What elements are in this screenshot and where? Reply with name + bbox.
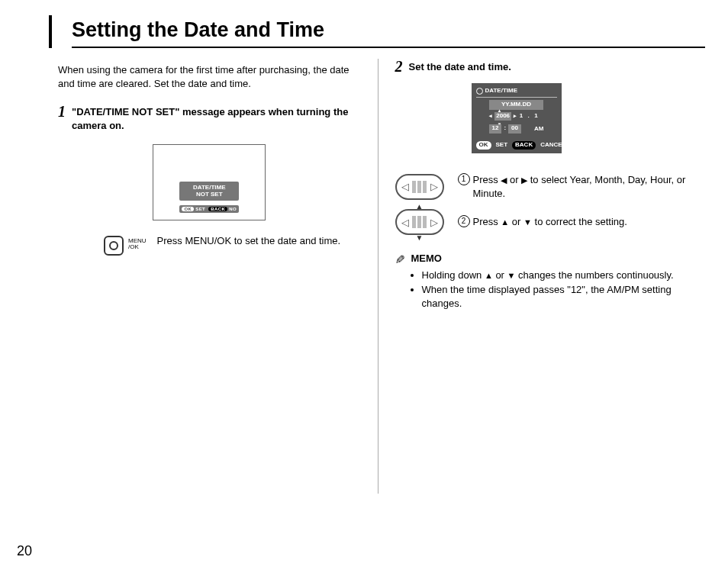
right-column: 2 Set the date and time. DATE/TIME YY.MM… <box>378 59 698 494</box>
lcd1-set: SET <box>195 207 205 211</box>
step1-number: 1 <box>58 104 66 119</box>
triangle-left-icon: ◁ <box>401 182 409 191</box>
substep2-text: Press ▲ or ▼ to correct the setting. <box>473 215 627 229</box>
up-arrow-icon: ▲ <box>485 271 493 280</box>
substep-1-row: ◁ ▷ 1 Press ◀ or ▶ to select Year, Month… <box>395 173 698 200</box>
lcd2-day: 1 <box>534 112 537 121</box>
memo-block: ✎ MEMO Holding down ▲ or ▼ changes the n… <box>395 252 698 311</box>
menu-label-l2: /OK <box>128 243 139 250</box>
lcd1-line1: DATE/TIME <box>193 184 226 191</box>
dpad-horizontal-icon: ◁ ▷ <box>395 174 444 200</box>
menu-ok-label: MENU /OK <box>128 238 147 250</box>
substep1-text: Press ◀ or ▶ to select Year, Month, Day,… <box>473 173 698 200</box>
memo-title: MEMO <box>411 252 698 265</box>
lcd1-line2: NOT SET <box>196 191 223 198</box>
lcd2-date-row: 2006 . 1 . 1 <box>476 112 557 121</box>
lcd2-header: DATE/TIME <box>476 87 557 98</box>
menu-ok-button-icon <box>104 236 124 256</box>
memo-item-2: When the time displayed passes "12", the… <box>422 283 698 310</box>
page-title: Setting the Date and Time <box>72 15 705 48</box>
lcd2-sep2: . <box>524 112 533 121</box>
lcd1-message: DATE/TIME NOT SET <box>179 182 239 200</box>
menu-ok-instruction: Press MENU/OK to set the date and time. <box>157 234 341 248</box>
memo-hand-icon: ✎ <box>395 252 405 311</box>
circled-1: 1 <box>458 173 470 185</box>
lcd2-hour: 12 <box>489 124 502 134</box>
lcd2-min: 00 <box>508 124 521 134</box>
substep-2-row: ◁ ▷ 2 Press ▲ or ▼ to correct the settin… <box>395 209 698 235</box>
lcd2-time-row: 12 : 00 AM <box>476 124 557 134</box>
step2-heading: 2 Set the date and time. <box>395 59 698 74</box>
manual-page: Setting the Date and Time When using the… <box>0 0 728 576</box>
clock-icon <box>476 88 483 95</box>
memo-list: Holding down ▲ or ▼ changes the numbers … <box>411 269 698 311</box>
down-arrow-icon: ▼ <box>507 271 516 280</box>
step2-number: 2 <box>395 59 403 74</box>
triangle-right-icon: ▷ <box>430 217 438 227</box>
lcd2-ampm: AM <box>534 124 543 134</box>
page-number: 20 <box>17 543 32 559</box>
lcd2-colon: : <box>504 124 506 134</box>
lcd1-bottom-bar: OKSET BACKNO <box>179 205 239 213</box>
left-column: When using the camera for the first time… <box>58 59 378 494</box>
lcd1-ok-pill: OK <box>182 207 194 211</box>
lcd-screen-1: DATE/TIME NOT SET OKSET BACKNO <box>153 144 266 220</box>
menu-ok-row: MENU /OK Press MENU/OK to set the date a… <box>104 236 361 256</box>
circled-2: 2 <box>458 215 470 227</box>
triangle-left-icon: ◁ <box>401 217 409 227</box>
lcd1-no: NO <box>229 207 237 211</box>
right-arrow-icon: ▶ <box>521 175 527 185</box>
lcd2-cancel: CANCEL <box>540 141 565 150</box>
lcd2-footer: OK SET BACK CANCEL <box>476 141 557 150</box>
lcd-screen-2: DATE/TIME YY.MM.DD ▲ 2006 . 1 . 1 ▼ 12 :… <box>472 83 562 153</box>
lcd2-year: 2006 <box>494 112 511 121</box>
lcd2-ok-pill: OK <box>476 141 491 150</box>
lcd2-back-pill: BACK <box>512 141 536 150</box>
step1-title: "DATE/TIME NOT SET" message appears when… <box>72 105 361 132</box>
lcd1-back-pill: BACK <box>208 207 227 211</box>
triangle-right-icon: ▷ <box>430 182 438 191</box>
memo-item-1: Holding down ▲ or ▼ changes the numbers … <box>422 269 698 282</box>
up-arrow-icon: ▲ <box>501 217 509 227</box>
columns: When using the camera for the first time… <box>58 59 697 494</box>
lcd2-set: SET <box>496 141 508 150</box>
title-container: Setting the Date and Time <box>49 15 705 48</box>
dpad-vertical-icon: ◁ ▷ <box>395 209 444 235</box>
lcd2-header-text: DATE/TIME <box>485 87 518 95</box>
step2-title: Set the date and time. <box>409 60 511 74</box>
down-arrow-icon: ▼ <box>523 217 532 227</box>
lcd2-month: 1 <box>520 112 523 121</box>
intro-text: When using the camera for the first time… <box>58 63 361 90</box>
step1-heading: 1 "DATE/TIME NOT SET" message appears wh… <box>58 104 361 132</box>
